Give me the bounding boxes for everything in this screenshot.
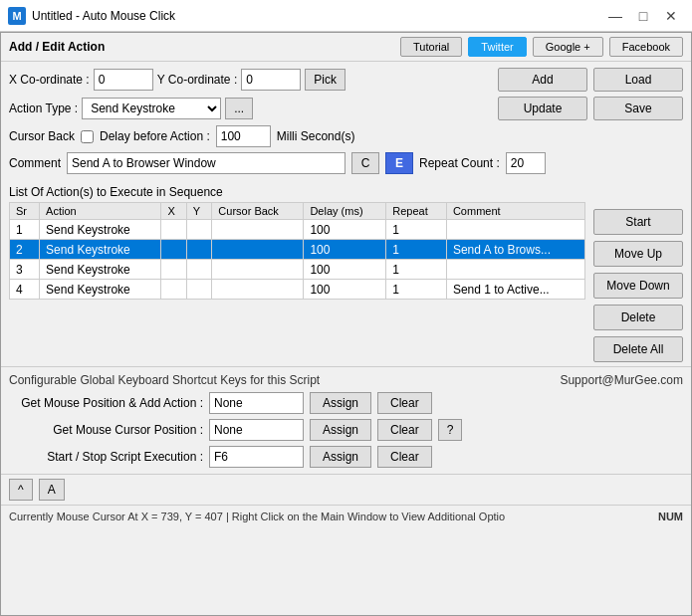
- form-area: X Co-ordinate : Y Co-ordinate : Pick Add…: [1, 62, 691, 183]
- close-button[interactable]: ✕: [658, 5, 684, 27]
- table-row[interactable]: 1Send Keystroke1001: [10, 220, 585, 240]
- delete-all-button[interactable]: Delete All: [593, 336, 683, 362]
- cell-y: [186, 260, 211, 280]
- twitter-button[interactable]: Twitter: [468, 37, 526, 57]
- status-num: NUM: [658, 511, 683, 522]
- cell-comment: [446, 220, 584, 240]
- help-button[interactable]: ?: [438, 419, 463, 441]
- comment-input[interactable]: [67, 152, 346, 174]
- load-button[interactable]: Load: [593, 68, 683, 92]
- table-row[interactable]: 3Send Keystroke1001: [10, 260, 585, 280]
- delete-button[interactable]: Delete: [593, 305, 683, 330]
- cell-cursorBack: [212, 220, 304, 240]
- col-action: Action: [40, 203, 161, 220]
- clear-button-2[interactable]: Clear: [377, 419, 432, 441]
- table-header: List Of Action(s) to Execute in Sequence: [9, 185, 585, 199]
- assign-button-3[interactable]: Assign: [310, 446, 371, 468]
- bottom-row: ^ A: [1, 474, 691, 505]
- right-buttons: Start Move Up Move Down Delete Delete Al…: [593, 185, 683, 362]
- dots-button[interactable]: ...: [225, 98, 253, 119]
- col-repeat: Repeat: [386, 203, 447, 220]
- repeat-count-label: Repeat Count :: [419, 156, 500, 170]
- action-type-label: Action Type :: [9, 102, 78, 115]
- delay-input[interactable]: [216, 125, 271, 147]
- delay-unit: Milli Second(s): [277, 129, 355, 143]
- shortcut-row-2: Get Mouse Cursor Position : Assign Clear…: [9, 419, 683, 441]
- col-comment: Comment: [446, 203, 584, 220]
- app-icon: M: [8, 7, 26, 25]
- cell-cursorBack: [212, 280, 304, 300]
- col-delay: Delay (ms): [304, 203, 386, 220]
- delay-label: Delay before Action :: [100, 129, 210, 143]
- section-label: Add / Edit Action: [9, 40, 394, 54]
- comment-label: Comment: [9, 156, 61, 170]
- save-button[interactable]: Save: [593, 97, 683, 120]
- shortcut-input-1[interactable]: [209, 392, 304, 414]
- x-coord-label: X Co-ordinate :: [9, 73, 90, 87]
- assign-button-1[interactable]: Assign: [310, 392, 371, 414]
- facebook-button[interactable]: Facebook: [609, 37, 683, 57]
- google-button[interactable]: Google +: [533, 37, 603, 57]
- cell-sr: 2: [10, 240, 40, 260]
- move-down-button[interactable]: Move Down: [593, 273, 683, 299]
- cell-delay: 100: [304, 220, 386, 240]
- cell-comment: [446, 260, 584, 280]
- y-coord-input[interactable]: [241, 69, 301, 91]
- cell-action: Send Keystroke: [40, 240, 161, 260]
- shortcut-title-row: Configurable Global Keyboard Shortcut Ke…: [9, 373, 683, 387]
- cursor-back-checkbox[interactable]: [81, 130, 94, 143]
- cell-comment: Send 1 to Active...: [446, 280, 584, 300]
- cell-repeat: 1: [386, 240, 447, 260]
- cell-x: [161, 220, 186, 240]
- table-row[interactable]: 2Send Keystroke1001Send A to Brows...: [10, 240, 585, 260]
- support-text: Support@MurGee.com: [560, 373, 683, 387]
- cell-y: [186, 280, 211, 300]
- cell-delay: 100: [304, 260, 386, 280]
- cell-cursorBack: [212, 260, 304, 280]
- a-button[interactable]: A: [39, 479, 65, 501]
- repeat-count-input[interactable]: [506, 152, 546, 174]
- col-y: Y: [186, 203, 211, 220]
- tutorial-button[interactable]: Tutorial: [400, 37, 462, 57]
- shortcut-title: Configurable Global Keyboard Shortcut Ke…: [9, 373, 320, 387]
- cell-sr: 3: [10, 260, 40, 280]
- cell-action: Send Keystroke: [40, 220, 161, 240]
- e-button[interactable]: E: [385, 152, 413, 174]
- clear-button-3[interactable]: Clear: [377, 446, 432, 468]
- col-cursor-back: Cursor Back: [212, 203, 304, 220]
- caret-button[interactable]: ^: [9, 479, 33, 501]
- shortcut-label-3: Start / Stop Script Execution :: [9, 450, 203, 464]
- clear-button-1[interactable]: Clear: [377, 392, 432, 414]
- pick-button[interactable]: Pick: [305, 69, 346, 91]
- maximize-button[interactable]: □: [630, 5, 656, 27]
- minimize-button[interactable]: —: [602, 5, 628, 27]
- update-button[interactable]: Update: [498, 97, 587, 120]
- cell-x: [161, 260, 186, 280]
- add-button[interactable]: Add: [498, 68, 587, 92]
- title-bar: M Untitled - Auto Mouse Click — □ ✕: [0, 0, 692, 32]
- move-up-button[interactable]: Move Up: [593, 241, 683, 267]
- shortcut-label-2: Get Mouse Cursor Position :: [9, 423, 203, 437]
- cell-repeat: 1: [386, 220, 447, 240]
- status-text: Currently Mouse Cursor At X = 739, Y = 4…: [9, 511, 658, 522]
- col-sr: Sr: [10, 203, 40, 220]
- shortcut-input-2[interactable]: [209, 419, 304, 441]
- shortcut-input-3[interactable]: [209, 446, 304, 468]
- assign-button-2[interactable]: Assign: [310, 419, 371, 441]
- action-type-select[interactable]: Send Keystroke Mouse Click Mouse Move De…: [82, 98, 221, 119]
- start-button[interactable]: Start: [593, 209, 683, 235]
- top-bar: Add / Edit Action Tutorial Twitter Googl…: [1, 33, 691, 62]
- cursor-back-label: Cursor Back: [9, 129, 75, 143]
- x-coord-input[interactable]: [94, 69, 153, 91]
- cell-y: [186, 240, 211, 260]
- title-bar-buttons: — □ ✕: [602, 5, 684, 27]
- cell-delay: 100: [304, 240, 386, 260]
- status-bar: Currently Mouse Cursor At X = 739, Y = 4…: [1, 505, 691, 526]
- cell-sr: 4: [10, 280, 40, 300]
- table-row[interactable]: 4Send Keystroke1001Send 1 to Active...: [10, 280, 585, 300]
- cell-cursorBack: [212, 240, 304, 260]
- col-x: X: [161, 203, 186, 220]
- cell-delay: 100: [304, 280, 386, 300]
- action-table: Sr Action X Y Cursor Back Delay (ms) Rep…: [9, 202, 585, 300]
- c-button[interactable]: C: [351, 152, 379, 174]
